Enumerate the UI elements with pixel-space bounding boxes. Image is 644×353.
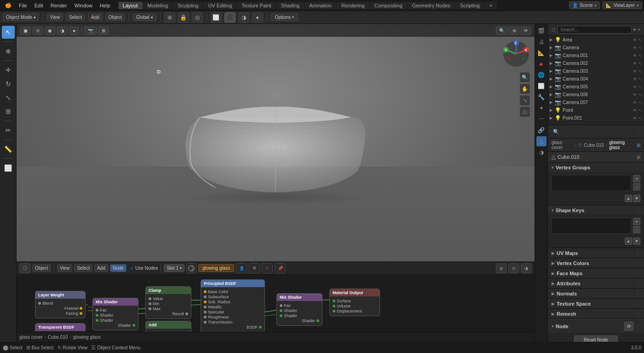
eye-icon[interactable]: 👁 (633, 53, 637, 58)
outliner-item-camera004[interactable]: ▶ 📷 Camera.004 👁 ↖ (548, 75, 644, 83)
eye-icon[interactable]: 👁 (633, 108, 637, 113)
mode-dropdown[interactable]: Object Mode (3, 13, 39, 21)
cursor-icon[interactable]: ↖ (638, 38, 642, 42)
eye-icon[interactable]: 👁 (633, 77, 637, 81)
viewport-gizmo[interactable]: X Y Z (502, 40, 530, 68)
nbc-item-1[interactable]: glass cover (19, 335, 43, 340)
transparent-node[interactable]: Transparent BSDF Color BSDF (35, 323, 86, 332)
particles-props-icon[interactable]: ✦ (536, 103, 546, 113)
constraints-props-icon[interactable]: 🔗 (536, 125, 546, 135)
node-reset-btn[interactable]: ⟳ (624, 322, 633, 331)
outliner-add-icon[interactable]: + (638, 27, 640, 32)
cursor-icon[interactable]: ↖ (638, 46, 642, 50)
eye-icon[interactable]: 👁 (633, 38, 637, 42)
tab-animation[interactable]: Animation (305, 2, 336, 9)
attributes-header[interactable]: ▶ Attributes ⋮ (548, 278, 644, 288)
edit-menu[interactable]: Edit (31, 2, 46, 9)
modifier-props-icon[interactable]: 🔧 (536, 92, 546, 102)
options-btn[interactable]: Options (271, 13, 298, 21)
props-menu-icon[interactable]: ⋮ (635, 129, 640, 135)
clamp-node[interactable]: Clamp Value Min Max Result (145, 286, 191, 319)
cursor-icon[interactable]: ↖ (638, 77, 642, 81)
props-bc-3[interactable]: glowing glass (609, 140, 635, 150)
measure-tool[interactable]: 📏 (2, 143, 15, 156)
node-view-btn[interactable]: View (57, 264, 73, 272)
tab-geometry-nodes[interactable]: Geometry Nodes (408, 2, 455, 9)
tab-rendering[interactable]: Rendering (337, 2, 369, 9)
sk-menu-icon[interactable]: ⋮ (635, 207, 640, 213)
props-search-icon[interactable]: 🔍 (552, 127, 561, 136)
vertex-groups-header[interactable]: ▾ Vertex Groups ⋮ (548, 162, 644, 172)
eye-icon[interactable]: 👁 (633, 100, 637, 105)
viewport-select-btn[interactable]: ▣ (20, 27, 31, 35)
cursor-icon[interactable]: ↖ (638, 61, 642, 66)
tab-compositing[interactable]: Compositing (370, 2, 407, 9)
view-layer-name[interactable]: ViewLayer (613, 3, 635, 8)
bottom-context[interactable]: ☰ Object Context Menu (91, 345, 140, 351)
bottom-select[interactable]: ⬤ Select (3, 345, 23, 351)
view-layer-props-icon[interactable]: 📐 (536, 48, 546, 58)
slot-dropdown[interactable]: Slot 1 (164, 264, 184, 272)
uv-menu-icon[interactable]: ⋮ (635, 250, 640, 256)
add-workspace-tab[interactable]: + (485, 2, 497, 9)
material-props-icon[interactable]: ◑ (536, 147, 546, 157)
tab-layout[interactable]: Layout (118, 2, 143, 9)
vg-menu-icon[interactable]: ⋮ (635, 164, 640, 170)
camera-view-icon[interactable]: 🎥 (520, 107, 530, 117)
add-object-tool[interactable]: ⬜ (2, 162, 15, 174)
node-node-btn[interactable]: Node (110, 264, 126, 272)
node-overlay-icon[interactable]: ⊜ (496, 263, 507, 273)
tab-texture-paint[interactable]: Texture Paint (237, 2, 276, 9)
uv-maps-header[interactable]: ▶ UV Maps ⋮ (548, 248, 644, 258)
principled-bsdf-node[interactable]: Principled BSDF Base Color Subsurface Su… (201, 279, 265, 332)
outliner-item-camera005[interactable]: ▶ 📷 Camera.005 👁 ↖ (548, 83, 644, 91)
fm-menu-icon[interactable]: ⋮ (635, 270, 640, 276)
cursor-icon[interactable]: ↖ (638, 69, 642, 74)
scene-props-icon[interactable]: 🔺 (536, 59, 546, 69)
tab-sculpting[interactable]: Sculpting (173, 2, 203, 9)
physics-props-icon[interactable]: 〰 (536, 114, 546, 124)
material-icon[interactable]: ◑ (238, 12, 249, 23)
vg-up-btn[interactable]: ▲ (625, 195, 632, 202)
cursor-icon[interactable]: ↖ (638, 108, 642, 113)
eye-icon[interactable]: 👁 (633, 46, 637, 50)
rotate-tool[interactable]: ↻ (2, 77, 15, 90)
shape-keys-header[interactable]: ▾ Shape Keys ⋮ (548, 205, 644, 215)
window-menu[interactable]: Window (71, 2, 96, 9)
render-menu[interactable]: Render (47, 2, 70, 9)
cursor-tool[interactable]: ⊕ (2, 45, 15, 58)
eye-icon[interactable]: 👁 (633, 116, 637, 121)
reset-node-btn[interactable]: Reset Node (574, 336, 618, 342)
object-menu-btn[interactable]: Object (105, 13, 125, 21)
layer-weight-node[interactable]: Layer Weight Blend Fresnel Facing (35, 291, 86, 318)
cursor-icon[interactable]: ↖ (638, 116, 642, 121)
outliner-filter-icon[interactable]: ▾ (633, 27, 636, 32)
global-dropdown[interactable]: Global (133, 13, 156, 21)
add-menu-btn[interactable]: Add (88, 13, 103, 21)
eye-icon[interactable]: 👁 (633, 85, 637, 89)
cursor-icon[interactable]: ↖ (638, 100, 642, 105)
mix-shader-node-1[interactable]: Mix Shader Fac Shader Shader Shader (92, 298, 138, 330)
outliner-item-camera003[interactable]: ▶ 📷 Camera.003 👁 ↖ (548, 67, 644, 75)
bottom-rotate[interactable]: ↻ Rotate View (58, 345, 88, 351)
overlay-btn[interactable]: ⊜ (509, 27, 519, 35)
transform-tool[interactable]: ⊞ (2, 105, 15, 118)
viewport-render-btn[interactable]: ● (69, 27, 79, 35)
snap-icon[interactable]: 🔒 (178, 12, 189, 23)
outliner-item-camera006[interactable]: ▶ 📷 Camera.006 👁 ↖ (548, 91, 644, 98)
outliner-item-area[interactable]: ▶ 💡 Area 👁 ↖ (548, 36, 644, 44)
cursor-icon[interactable]: ↖ (638, 93, 642, 97)
node-panel-header[interactable]: ▾ Node ⟳ ⋮ (548, 320, 644, 333)
props-bc-1[interactable]: glass cover (552, 140, 573, 150)
rm-menu-icon[interactable]: ⋮ (635, 311, 640, 317)
vg-remove-btn[interactable]: - (633, 183, 640, 191)
add-node[interactable]: Add Value Value Value (145, 321, 191, 332)
material-sphere-icon[interactable] (186, 263, 196, 273)
material-output-node[interactable]: Material Output Surface Volume Displacem… (329, 289, 380, 316)
search-btn[interactable]: 🔍 (496, 27, 508, 35)
tab-shading[interactable]: Shading (276, 2, 304, 9)
cursor-icon[interactable]: ↖ (638, 53, 642, 58)
fake-user-icon[interactable]: 👤 (236, 263, 247, 273)
node-object-btn[interactable]: Object (32, 264, 51, 272)
blender-menu[interactable]: 🍊 (2, 1, 15, 9)
